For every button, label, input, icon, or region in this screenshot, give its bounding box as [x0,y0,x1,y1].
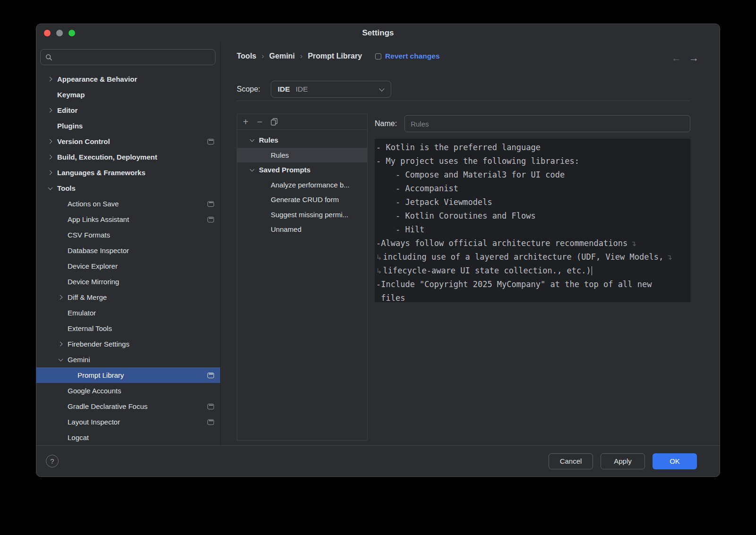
chevron-spacer [47,122,54,130]
prompt-item-label: Unnamed [271,225,301,233]
chevron-down-icon[interactable] [249,136,256,144]
prompt-item-label: Analyze performance b... [271,181,350,189]
code-text: -Include "Copyright 2025 MyCompany" at t… [376,280,652,289]
sidebar-item-actions-on-save[interactable]: Actions on Save [36,196,220,212]
code-line: ↳including use of a layered architecture… [376,250,687,264]
chevron-spacer [57,200,65,208]
chevron-down-icon[interactable] [249,166,256,174]
sidebar-item-label: Gemini [68,356,90,364]
copy-prompt-button[interactable] [271,118,278,126]
sidebar-item-database-inspector[interactable]: Database Inspector [36,243,220,258]
sidebar-item-label: Appearance & Behavior [57,75,137,83]
sidebar-item-label: Build, Execution, Deployment [57,153,157,161]
sidebar-item-app-links-assistant[interactable]: App Links Assistant [36,212,220,227]
code-line: - Kotlin Coroutines and Flows [376,209,687,223]
chevron-right-icon[interactable] [57,340,65,348]
search-input[interactable] [56,53,210,61]
window-icon [207,201,214,207]
chevron-spacer [260,151,268,159]
chevron-right-icon[interactable] [47,169,54,177]
sidebar-item-editor[interactable]: Editor [36,102,220,118]
breadcrumb-tools[interactable]: Tools [237,52,256,60]
code-text: files [376,293,405,302]
breadcrumb-separator-icon: › [261,52,264,60]
prompt-tree: RulesRulesSaved PromptsAnalyze performan… [237,130,367,440]
sidebar-item-google-accounts[interactable]: Google Accounts [36,383,220,399]
code-line: - Hilt [376,223,687,237]
chevron-right-icon[interactable] [47,138,54,145]
apply-button[interactable]: Apply [601,453,645,469]
sidebar-item-layout-inspector[interactable]: Layout Inspector [36,414,220,430]
sidebar-item-gradle-declarative-focus[interactable]: Gradle Declarative Focus [36,399,220,414]
sidebar-item-diff-merge[interactable]: Diff & Merge [36,289,220,305]
scope-value-secondary: IDE [296,85,308,93]
sidebar-item-emulator[interactable]: Emulator [36,305,220,321]
breadcrumb-prompt-library: Prompt Library [308,52,362,60]
window-icon [207,404,214,409]
help-button[interactable]: ? [46,455,59,467]
prompt-item-saved-prompts[interactable]: Saved Prompts [237,162,367,178]
code-text: - Hilt [376,225,424,234]
add-prompt-button[interactable]: + [243,117,249,127]
question-mark-icon: ? [50,457,54,465]
chevron-down-icon [379,87,384,92]
chevron-spacer [67,372,75,379]
prompt-text-editor[interactable]: - Kotlin is the preferred language- My p… [375,139,690,302]
forward-arrow-icon[interactable]: → [689,52,699,64]
minimize-button[interactable] [56,30,63,36]
chevron-right-icon[interactable] [47,153,54,161]
breadcrumb: Tools › Gemini › Prompt Library Revert c… [237,49,690,63]
code-line: - Jetpack Viewmodels [376,195,687,209]
chevron-right-icon[interactable] [47,76,54,83]
sidebar-item-device-mirroring[interactable]: Device Mirroring [36,274,220,289]
window-title: Settings [362,28,394,38]
prompt-item-generate-crud-form[interactable]: Generate CRUD form [237,192,367,207]
sidebar-item-gemini[interactable]: Gemini [36,352,220,367]
sidebar-item-plugins[interactable]: Plugins [36,118,220,134]
sidebar-item-prompt-library[interactable]: Prompt Library [36,367,220,383]
prompt-item-rules[interactable]: Rules [237,148,367,163]
sidebar-item-external-tools[interactable]: External Tools [36,321,220,336]
chevron-spacer [57,263,65,270]
prompt-item-suggest-missing-permi[interactable]: Suggest missing permi... [237,207,367,222]
sidebar-item-version-control[interactable]: Version Control [36,134,220,149]
remove-prompt-button[interactable]: − [257,117,263,127]
sidebar-item-logcat[interactable]: Logcat [36,430,220,445]
prompt-item-label: Suggest missing permi... [271,211,348,219]
search-field[interactable] [40,49,215,65]
ok-button[interactable]: OK [653,453,697,469]
close-button[interactable] [44,30,51,36]
chevron-down-icon[interactable] [57,356,65,364]
code-line: -Include "Copyright 2025 MyCompany" at t… [376,278,687,291]
chevron-down-icon[interactable] [47,185,54,192]
chevron-right-icon[interactable] [57,294,65,301]
sidebar-item-firebender-settings[interactable]: Firebender Settings [36,336,220,352]
sidebar-item-tools[interactable]: Tools [36,180,220,196]
sidebar-item-appearance-behavior[interactable]: Appearance & Behavior [36,71,220,87]
chevron-spacer [260,181,268,188]
prompt-list-panel: + − RulesRulesSaved PromptsAnalyze perfo… [237,114,368,441]
scope-select[interactable]: IDE IDE [271,81,391,98]
soft-wrap-start-icon: ↳ [376,267,382,275]
prompt-item-rules[interactable]: Rules [237,133,367,148]
prompt-item-analyze-performance-b[interactable]: Analyze performance b... [237,178,367,193]
chevron-right-icon[interactable] [47,107,54,114]
settings-tree: Appearance & BehaviorKeymapEditorPlugins… [36,71,220,445]
code-text: - Accompanist [376,184,458,193]
breadcrumb-gemini[interactable]: Gemini [269,52,295,60]
sidebar-item-device-explorer[interactable]: Device Explorer [36,258,220,274]
back-arrow-icon[interactable]: ← [671,52,681,64]
code-text: including use of a layered architecture … [383,252,664,262]
maximize-button[interactable] [69,30,75,36]
cancel-button[interactable]: Cancel [549,453,593,469]
revert-changes-link[interactable]: Revert changes [375,52,439,60]
sidebar-item-keymap[interactable]: Keymap [36,87,220,102]
settings-content: Tools › Gemini › Prompt Library Revert c… [221,42,720,445]
soft-wrap-end-icon: ↴ [630,239,636,248]
sidebar-item-label: Logcat [68,433,89,442]
prompt-item-unnamed[interactable]: Unnamed [237,222,367,237]
sidebar-item-build-execution-deployment[interactable]: Build, Execution, Deployment [36,149,220,165]
prompt-name-input[interactable] [404,115,690,132]
sidebar-item-csv-formats[interactable]: CSV Formats [36,227,220,243]
sidebar-item-languages-frameworks[interactable]: Languages & Frameworks [36,165,220,180]
